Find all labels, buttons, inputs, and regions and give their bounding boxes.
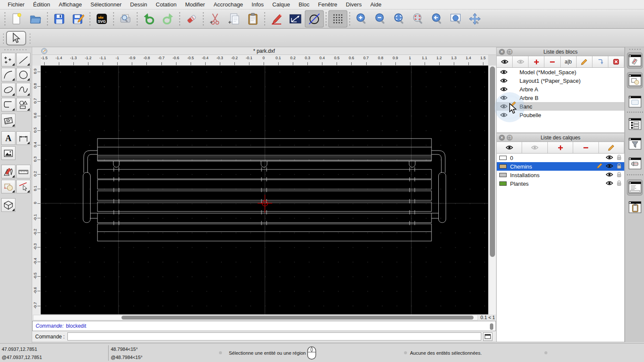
- layer-color-swatch[interactable]: [499, 156, 507, 160]
- delete-button[interactable]: [182, 10, 201, 27]
- spline-tool-button[interactable]: [16, 83, 30, 97]
- dimension-tool-button[interactable]: [16, 131, 30, 145]
- toolbar-grip[interactable]: [3, 33, 4, 44]
- zoom-previous-button[interactable]: [428, 10, 447, 27]
- block-row-model-model-space-[interactable]: Model (*Model_Space): [497, 68, 624, 76]
- menu-modifier[interactable]: Modifier: [181, 0, 209, 9]
- layer-lock-icon[interactable]: [617, 180, 622, 187]
- command-history-thumb[interactable]: [490, 323, 493, 330]
- layer-visibility-eye-icon[interactable]: [606, 155, 613, 161]
- layer-row-chemins[interactable]: Chemins: [497, 162, 624, 171]
- zoom-out-button[interactable]: [371, 10, 390, 27]
- layer-color-swatch[interactable]: [499, 164, 507, 169]
- named-views-widget-button[interactable]: [627, 155, 643, 172]
- measure-tool-button[interactable]: [16, 165, 30, 178]
- block-list-widget-button[interactable]: [627, 52, 643, 69]
- remove-layer-button[interactable]: [573, 142, 598, 153]
- menu-slectionner[interactable]: Sélectionner: [86, 0, 126, 9]
- solid-3d-tool-button[interactable]: [1, 198, 15, 212]
- command-popup-button[interactable]: [483, 332, 492, 341]
- zoom-in-button[interactable]: [352, 10, 371, 27]
- block-row-layout1-paper-space-[interactable]: Layout1 (*Paper_Space): [497, 76, 624, 85]
- blocks-panel-titlebar[interactable]: ✕ ❐ Liste des blocs: [497, 48, 624, 56]
- block-visibility-eye-icon[interactable]: [500, 78, 507, 83]
- selection-tool-button[interactable]: [6, 31, 26, 45]
- add-block-button[interactable]: [529, 56, 544, 67]
- hide-all-blocks-button[interactable]: [513, 56, 529, 67]
- line-tool-button[interactable]: [16, 53, 30, 66]
- close-icon[interactable]: ✕: [499, 49, 505, 55]
- entity-list-widget-button[interactable]: [627, 116, 643, 132]
- draw-pencil-button[interactable]: [267, 10, 286, 27]
- menu-aide[interactable]: Aide: [366, 0, 386, 9]
- svg-export-button[interactable]: SVG: [92, 10, 111, 27]
- layers-panel-titlebar[interactable]: ✕ ❐ Liste des calques: [497, 133, 624, 142]
- canvas-vertical-scrollbar[interactable]: [489, 66, 496, 314]
- menu-dition[interactable]: Édition: [29, 0, 55, 9]
- save-as-button[interactable]: [69, 10, 88, 27]
- shapes-tool-button[interactable]: [16, 98, 30, 112]
- cut-button[interactable]: [206, 10, 225, 27]
- edit-block-button[interactable]: [577, 56, 592, 67]
- select-entity-tool-button[interactable]: [16, 180, 30, 193]
- layer-row-installations[interactable]: Installations: [497, 171, 624, 179]
- layer-color-swatch[interactable]: [499, 173, 507, 177]
- redo-button[interactable]: [158, 10, 177, 27]
- ellipse-tool-button[interactable]: [1, 83, 15, 97]
- menu-bloc[interactable]: Bloc: [294, 0, 313, 9]
- horizontal-scrollbar-thumb[interactable]: [122, 316, 474, 320]
- layer-color-swatch[interactable]: [499, 181, 507, 186]
- clipboard-widget-button[interactable]: [627, 199, 643, 215]
- insert-block-button[interactable]: [592, 56, 608, 67]
- print-preview-button[interactable]: [116, 10, 135, 27]
- layer-lock-icon[interactable]: [617, 172, 622, 179]
- block-row-poubelle[interactable]: Poubelle: [497, 111, 624, 119]
- drawing-canvas[interactable]: [41, 66, 488, 314]
- modify-tool-button[interactable]: [1, 180, 15, 193]
- vertical-scrollbar-thumb[interactable]: [490, 66, 495, 257]
- layer-lock-icon[interactable]: [617, 163, 622, 170]
- draw-tools-button[interactable]: [1, 165, 15, 178]
- image-tool-button[interactable]: [1, 146, 15, 160]
- layer-filter-widget-button[interactable]: [627, 136, 643, 152]
- menu-fichier[interactable]: Fichier: [3, 0, 29, 9]
- close-icon[interactable]: ✕: [499, 135, 505, 141]
- zoom-auto-button[interactable]: [390, 10, 409, 27]
- command-input[interactable]: [67, 332, 481, 341]
- layer-visibility-eye-icon[interactable]: [606, 172, 613, 178]
- block-row-arbre-a[interactable]: Arbre A: [497, 85, 624, 94]
- block-visibility-eye-icon[interactable]: [500, 87, 507, 92]
- menu-cotation[interactable]: Cotation: [152, 0, 181, 9]
- isometric-toggle-button[interactable]: [305, 10, 324, 27]
- edit-layer-button[interactable]: [599, 142, 624, 153]
- menu-fentre[interactable]: Fenêtre: [314, 0, 342, 9]
- paste-button[interactable]: [243, 10, 262, 27]
- layer-list-widget-button[interactable]: [627, 72, 643, 88]
- menu-calque[interactable]: Calque: [268, 0, 294, 9]
- ortho-angle-button[interactable]: [286, 10, 305, 27]
- menu-dessin[interactable]: Dessin: [126, 0, 152, 9]
- layer-row-plantes[interactable]: Plantes: [497, 179, 624, 188]
- block-row-banc[interactable]: Banc: [497, 102, 624, 111]
- show-all-layers-button[interactable]: [497, 142, 522, 153]
- block-row-arbre-b[interactable]: Arbre B: [497, 94, 624, 102]
- hatch-tool-button[interactable]: [1, 114, 15, 127]
- show-all-blocks-button[interactable]: [497, 56, 513, 67]
- zoom-selection-button[interactable]: [409, 10, 428, 27]
- command-history-scrollbar[interactable]: [490, 322, 495, 330]
- palette-grip[interactable]: [3, 49, 28, 51]
- hide-all-layers-button[interactable]: [522, 142, 547, 153]
- new-document-button[interactable]: [7, 10, 26, 27]
- layer-visibility-eye-icon[interactable]: [606, 181, 613, 187]
- block-visibility-eye-icon[interactable]: [500, 104, 507, 109]
- menu-divers[interactable]: Divers: [342, 0, 366, 9]
- toolbar-grip[interactable]: [3, 12, 6, 26]
- float-icon[interactable]: ❐: [507, 49, 513, 55]
- text-tool-button[interactable]: A: [1, 131, 15, 145]
- points-tool-button[interactable]: [1, 53, 15, 66]
- grid-toggle-button[interactable]: [328, 10, 347, 27]
- layer-visibility-eye-icon[interactable]: [606, 163, 613, 170]
- circle-tool-button[interactable]: [16, 68, 30, 81]
- open-file-button[interactable]: [26, 10, 45, 27]
- menu-affichage[interactable]: Affichage: [55, 0, 86, 9]
